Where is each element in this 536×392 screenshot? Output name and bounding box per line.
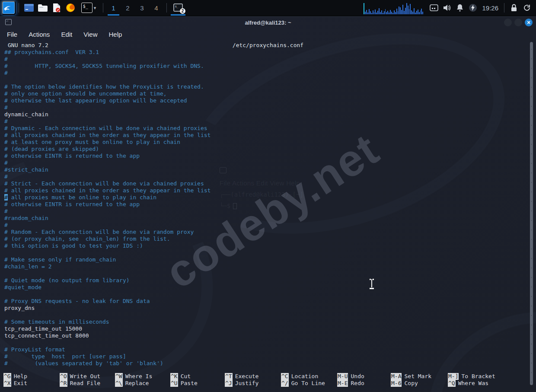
nano-line: tcp_read_time_out 15000 [4, 325, 211, 332]
shortcut-label: Go To Line [291, 380, 325, 387]
text-cursor: # [4, 194, 8, 201]
ghost-terminal-icon: ⌐ [220, 167, 227, 173]
shortcut-column: ^CLocation^/Go To Line [281, 373, 337, 387]
nano-line: # [4, 104, 211, 111]
nano-shortcut-read-file[interactable]: ^RRead File [60, 380, 115, 387]
power-manager-icon[interactable] [466, 1, 479, 14]
nano-shortcut-undo[interactable]: M-UUndo [337, 373, 391, 380]
shortcut-label: Redo [351, 380, 364, 387]
nano-file-path: /etc/proxychains.conf [0, 42, 536, 48]
kali-menu-icon[interactable] [2, 1, 16, 15]
network-activity-graph[interactable] [364, 1, 423, 14]
nano-shortcut-cut[interactable]: ^KCut [170, 373, 225, 380]
nano-line: # Quiet mode (no output from library) [4, 277, 211, 284]
nano-shortcut-paste[interactable]: ^UPaste [170, 380, 225, 387]
shortcut-key: M-E [337, 380, 348, 387]
menu-edit[interactable]: Edit [61, 31, 72, 38]
file-manager-icon[interactable] [36, 1, 50, 15]
panel-left-group: $_ ▾ 1234 $_ 2 [0, 0, 186, 16]
nano-line: # Some timeouts in milliseconds [4, 319, 211, 325]
lock-icon[interactable] [507, 1, 520, 14]
top-panel: $_ ▾ 1234 $_ 2 [0, 0, 536, 16]
shortcut-column: ^WWhere Is^\Replace [115, 373, 170, 387]
nano-line: # otherwise EINTR is returned to the app [4, 153, 211, 159]
nano-shortcut-where-is[interactable]: ^WWhere Is [115, 373, 170, 380]
shortcut-column: M-ASet MarkM-6Copy [391, 373, 448, 387]
nano-line: # at least one proxy must be online to p… [4, 139, 211, 146]
nano-shortcut-execute[interactable]: ^TExecute [225, 373, 281, 380]
shortcut-label: Where Was [458, 380, 488, 387]
nano-line: # Strict - Each connection will be done … [4, 180, 211, 187]
ethernet-icon[interactable] [428, 1, 440, 14]
nano-line: # Make sense only if random_chain [4, 256, 211, 263]
menu-help[interactable]: Help [108, 31, 122, 38]
workspace-1[interactable]: 1 [106, 0, 121, 16]
nano-editor-content[interactable]: ## proxychains.conf VER 3.1## HTTP, SOCK… [4, 49, 211, 367]
terminal-titlebar-icon: ⌐ [5, 19, 12, 25]
nano-shortcut-justify[interactable]: ^JJustify [225, 380, 281, 387]
volume-icon[interactable] [440, 1, 453, 14]
shortcut-key: ^O [60, 373, 67, 380]
menu-actions[interactable]: Actions [29, 31, 50, 38]
shortcut-key: M-6 [391, 380, 402, 387]
nano-shortcut-set-mark[interactable]: M-ASet Mark [391, 373, 448, 380]
shortcut-key: ^\ [115, 380, 123, 387]
document-icon[interactable] [50, 1, 64, 15]
nano-shortcut-go-to-line[interactable]: ^/Go To Line [281, 380, 337, 387]
ghost-cursor [233, 203, 237, 209]
nano-line [4, 339, 211, 346]
shortcut-key: ^K [170, 373, 178, 380]
nano-line: # (or proxy chain, see chain_len) from t… [4, 236, 211, 242]
nano-line: # [4, 173, 211, 180]
nano-line: # HTTP, SOCKS4, SOCKS5 tunneling proxifi… [4, 63, 211, 70]
nano-line: # The option below identifies how the Pr… [4, 83, 211, 90]
shortcut-key: ^C [281, 373, 289, 380]
nano-line: # otherwise EINTR is returned to the app [4, 201, 211, 208]
nano-line: # [4, 222, 211, 229]
taskbar-window-button[interactable]: $_ 2 [170, 0, 186, 16]
notifications-bell-icon[interactable] [453, 1, 466, 14]
nano-shortcut-replace[interactable]: ^\Replace [115, 380, 170, 387]
shortcut-key: ^T [225, 373, 233, 380]
nano-line: # [4, 208, 211, 215]
clock[interactable]: 19:26 [482, 4, 498, 12]
nano-line: #chain_len = 2 [4, 263, 211, 270]
ibeam-mouse-pointer [369, 279, 375, 289]
terminal-titlebar[interactable]: ⌐ alfred@kali123: ~ ✕ [0, 17, 536, 28]
close-button[interactable]: ✕ [525, 19, 533, 26]
nano-shortcut-to-bracket[interactable]: M-]To Bracket [448, 373, 495, 380]
nano-line: #quiet_mode [4, 284, 211, 291]
nano-shortcut-redo[interactable]: M-ERedo [337, 380, 391, 387]
svg-text:$_: $_ [175, 5, 179, 8]
nano-line: # [4, 159, 211, 166]
workspace-4[interactable]: 4 [149, 0, 163, 16]
nano-line: ## proxychains.conf VER 3.1 [4, 49, 211, 56]
nano-shortcut-write-out[interactable]: ^OWrite Out [60, 373, 115, 380]
shortcut-label: Paste [181, 380, 198, 387]
maximize-button[interactable] [514, 19, 522, 26]
shortcut-column: M-]To Bracket^QWhere Was [448, 373, 495, 387]
firefox-icon[interactable] [64, 1, 77, 15]
shortcut-column: M-UUndoM-ERedo [337, 373, 391, 387]
shortcut-key: M-U [337, 373, 348, 380]
shortcut-label: Execute [235, 373, 259, 380]
shortcut-key: ^Q [448, 380, 456, 387]
terminal-launcher-icon[interactable]: $_ ▾ [77, 1, 100, 15]
panel-separator [504, 3, 504, 13]
kali-dragon-icon [3, 3, 12, 13]
terminal-scrollbar[interactable] [530, 42, 533, 385]
minimize-button[interactable] [504, 19, 512, 26]
nano-line [4, 76, 211, 83]
workspace-3[interactable]: 3 [135, 0, 149, 16]
nano-shortcut-copy[interactable]: M-6Copy [391, 380, 448, 387]
logout-icon[interactable] [520, 1, 533, 14]
nano-line: # type host port [user pass] [4, 353, 211, 360]
terminal-icon[interactable] [22, 1, 36, 15]
menu-file[interactable]: File [7, 31, 17, 38]
nano-shortcut-location[interactable]: ^CLocation [281, 373, 337, 380]
nano-shortcut-where-was[interactable]: ^QWhere Was [448, 380, 495, 387]
nano-shortcut-help[interactable]: ^GHelp [3, 373, 60, 380]
workspace-2[interactable]: 2 [121, 0, 135, 16]
menu-view[interactable]: View [83, 31, 97, 38]
nano-shortcut-exit[interactable]: ^XExit [3, 380, 60, 387]
